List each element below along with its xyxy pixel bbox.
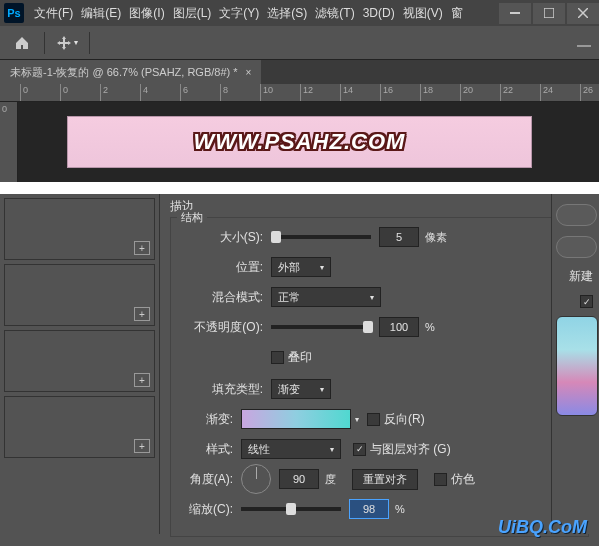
canvas-area[interactable]: 0 WWW.PSAHZ.COM	[0, 102, 599, 182]
ruler-mark: 8	[220, 84, 228, 102]
menu-select[interactable]: 选择(S)	[263, 5, 311, 22]
ruler-mark: 2	[100, 84, 108, 102]
ruler-mark: 26	[580, 84, 593, 102]
overprint-label: 叠印	[288, 349, 312, 366]
menu-type[interactable]: 文字(Y)	[215, 5, 263, 22]
tab-title: 未标题-1-恢复的 @ 66.7% (PSAHZ, RGB/8#) *	[10, 65, 238, 80]
toolbar-minimize[interactable]	[577, 36, 591, 50]
banner-text: WWW.PSAHZ.COM	[194, 129, 406, 155]
layer-style-dialog: + + + + 描边 结构 大小(S): 像素 位置: 外部▾ 混合模式: 正常…	[0, 194, 599, 534]
plus-icon[interactable]: +	[134, 307, 150, 321]
opacity-label: 不透明度(O):	[183, 319, 263, 336]
ruler-mark: 0	[20, 84, 28, 102]
ruler-mark: 4	[140, 84, 148, 102]
ruler-mark: 20	[460, 84, 473, 102]
align-checkbox[interactable]: ✓	[353, 443, 366, 456]
watermark: UiBQ.CoM	[498, 517, 587, 538]
structure-group: 结构 大小(S): 像素 位置: 外部▾ 混合模式: 正常▾ 不透明度(O): …	[170, 217, 589, 537]
style-row[interactable]: +	[4, 198, 155, 260]
scale-unit: %	[395, 503, 405, 515]
ruler-mark: 24	[540, 84, 553, 102]
plus-icon[interactable]: +	[134, 373, 150, 387]
document-tab[interactable]: 未标题-1-恢复的 @ 66.7% (PSAHZ, RGB/8#) * ×	[0, 60, 261, 84]
filltype-dropdown[interactable]: 渐变▾	[271, 379, 331, 399]
panel-title: 描边	[170, 198, 589, 215]
svg-rect-1	[544, 8, 554, 18]
ruler-mark: 12	[300, 84, 313, 102]
document-tabs: 未标题-1-恢复的 @ 66.7% (PSAHZ, RGB/8#) * ×	[0, 60, 599, 84]
cancel-button[interactable]	[556, 236, 597, 258]
opacity-input[interactable]	[379, 317, 419, 337]
svg-rect-4	[577, 45, 591, 47]
reset-align-button[interactable]: 重置对齐	[352, 469, 418, 490]
move-tool-icon[interactable]: ▾	[53, 29, 81, 57]
ruler-mark: 10	[260, 84, 273, 102]
angle-unit: 度	[325, 472, 336, 487]
blend-dropdown[interactable]: 正常▾	[271, 287, 381, 307]
menu-image[interactable]: 图像(I)	[125, 5, 168, 22]
gradient-label: 渐变:	[183, 411, 233, 428]
close-button[interactable]	[567, 3, 599, 24]
plus-icon[interactable]: +	[134, 439, 150, 453]
preview-thumbnail	[556, 316, 598, 416]
maximize-button[interactable]	[533, 3, 565, 24]
ruler-mark: 22	[500, 84, 513, 102]
preview-checkbox[interactable]: ✓	[580, 295, 593, 308]
size-input[interactable]	[379, 227, 419, 247]
dither-label: 仿色	[451, 471, 475, 488]
angle-label: 角度(A):	[183, 471, 233, 488]
ruler-mark: 18	[420, 84, 433, 102]
stroke-panel: 描边 结构 大小(S): 像素 位置: 外部▾ 混合模式: 正常▾ 不透明度(O…	[160, 194, 599, 534]
options-bar: ▾	[0, 26, 599, 60]
menu-edit[interactable]: 编辑(E)	[77, 5, 125, 22]
svg-rect-0	[510, 12, 520, 14]
group-label: 结构	[177, 210, 207, 225]
angle-control[interactable]	[241, 464, 271, 494]
position-dropdown[interactable]: 外部▾	[271, 257, 331, 277]
style-row[interactable]: +	[4, 396, 155, 458]
separator	[44, 32, 45, 54]
menu-file[interactable]: 文件(F)	[30, 5, 77, 22]
menu-layer[interactable]: 图层(L)	[169, 5, 216, 22]
overprint-checkbox[interactable]	[271, 351, 284, 364]
opacity-unit: %	[425, 321, 435, 333]
ok-button[interactable]	[556, 204, 597, 226]
gradient-swatch[interactable]	[241, 409, 351, 429]
style-dropdown[interactable]: 线性▾	[241, 439, 341, 459]
canvas-content: WWW.PSAHZ.COM	[67, 116, 532, 168]
minimize-button[interactable]	[499, 3, 531, 24]
gap	[0, 182, 599, 194]
separator	[89, 32, 90, 54]
dialog-right-panel: 新建 ✓	[551, 194, 599, 534]
position-label: 位置:	[183, 259, 263, 276]
dither-checkbox[interactable]	[434, 473, 447, 486]
style-row[interactable]: +	[4, 330, 155, 392]
style-row[interactable]: +	[4, 264, 155, 326]
ruler-mark: 6	[180, 84, 188, 102]
size-label: 大小(S):	[183, 229, 263, 246]
size-slider[interactable]	[271, 235, 371, 239]
size-unit: 像素	[425, 230, 447, 245]
style-list-panel: + + + +	[0, 194, 160, 534]
reverse-label: 反向(R)	[384, 411, 425, 428]
tab-close-icon[interactable]: ×	[246, 67, 252, 78]
scale-slider[interactable]	[241, 507, 341, 511]
opacity-slider[interactable]	[271, 325, 371, 329]
menu-filter[interactable]: 滤镜(T)	[311, 5, 358, 22]
menu-3d[interactable]: 3D(D)	[359, 6, 399, 20]
reverse-checkbox[interactable]	[367, 413, 380, 426]
new-style-label[interactable]: 新建	[556, 268, 597, 285]
menubar: Ps 文件(F) 编辑(E) 图像(I) 图层(L) 文字(Y) 选择(S) 滤…	[0, 0, 599, 26]
home-icon[interactable]	[8, 29, 36, 57]
plus-icon[interactable]: +	[134, 241, 150, 255]
scale-input[interactable]	[349, 499, 389, 519]
ruler-mark: 14	[340, 84, 353, 102]
menu-view[interactable]: 视图(V)	[399, 5, 447, 22]
align-label: 与图层对齐 (G)	[370, 441, 451, 458]
menu-window[interactable]: 窗	[447, 5, 467, 22]
ruler-mark: 0	[60, 84, 68, 102]
scale-label: 缩放(C):	[183, 501, 233, 518]
filltype-label: 填充类型:	[183, 381, 263, 398]
angle-input[interactable]	[279, 469, 319, 489]
ruler-vertical: 0	[0, 102, 18, 182]
